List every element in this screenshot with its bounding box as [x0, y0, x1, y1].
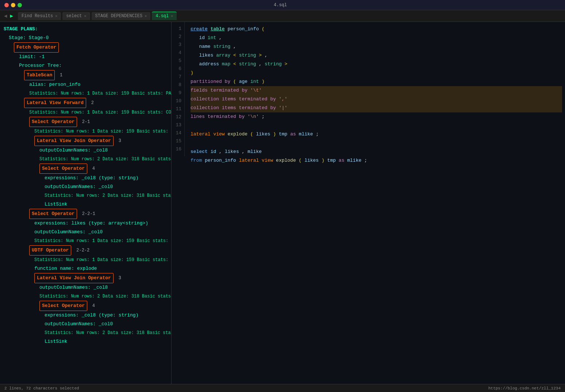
tab-stage-dep-close[interactable]: ✕ — [145, 14, 147, 18]
code-line-6: ) — [191, 69, 562, 77]
line-num-10: 10 — [172, 97, 181, 105]
tab-find-results-close[interactable]: ✕ — [55, 14, 57, 18]
table-scan-num: 1 — [60, 73, 62, 78]
nav-arrows: ◀ ▶ — [3, 13, 14, 19]
tab-4sql-label: 4.sql — [155, 14, 169, 19]
code-line-15: select id , likes , mlike — [191, 147, 562, 156]
line-num-12: 12 — [172, 113, 181, 121]
select-op4-box: Select Operator — [39, 301, 87, 311]
lateral-view-forward-line: Lateral View Forward 2 — [4, 98, 168, 108]
status-url: https://blog.csdn.net/zll_1234 — [488, 386, 561, 391]
code-line-7: partitioned by ( age int ) — [191, 77, 562, 86]
line-num-6: 6 — [172, 65, 181, 73]
stats8-line: Statistics: Num rows: 2 Data size: 318 B… — [4, 292, 168, 301]
code-content[interactable]: create table person_info ( id int , name — [188, 22, 565, 168]
stats6: Statistics: Num rows: 1 Data size: 159 B… — [34, 238, 172, 243]
stage-name-line: Stage: Stage-0 — [4, 34, 168, 42]
line-num-4: 4 — [172, 49, 181, 57]
lvf-num: 2 — [91, 100, 94, 105]
tab-find-results[interactable]: Find Results ✕ — [18, 12, 61, 20]
code-line-13: lateral view explode ( likes ) tmp as ml… — [191, 130, 562, 139]
processor-tree-label: Processor Tree: — [19, 63, 62, 68]
select-op3-box: Select Operator — [29, 209, 77, 219]
alias-line: alias: person_info — [4, 80, 168, 89]
stats4: Statistics: Num rows: 2 Data size: 318 B… — [39, 157, 172, 162]
output-col3: outputColumnNames: _col0 — [34, 229, 103, 235]
lateral-join-op1-line: Lateral View Join Operator 3 — [4, 136, 168, 146]
line-num-3: 3 — [172, 41, 181, 49]
stats8: Statistics: Num rows: 2 Data size: 318 B… — [39, 294, 172, 299]
stats2: Statistics: Num rows: 1 Data size: 159 B… — [29, 110, 172, 115]
processor-tree-line: Processor Tree: — [4, 61, 168, 70]
expr1: expressions: _col8 (type: string) — [45, 175, 138, 181]
code-line-1: create table person_info ( — [191, 25, 562, 34]
stats7-line: Statistics: Num rows: 1 Data size: 159 B… — [4, 255, 168, 264]
list-sink1: ListSink — [45, 201, 67, 207]
line-num-7: 7 — [172, 73, 181, 81]
code-line-3: name string , — [191, 42, 562, 51]
tab-4sql-close[interactable]: ✕ — [171, 14, 173, 18]
line-num-16: 16 — [172, 145, 181, 153]
tab-stage-dep[interactable]: STAGE DEPENDENCIES ✕ — [92, 12, 151, 20]
stage-plans-header: STAGE PLANS: — [4, 25, 168, 34]
tab-select-label: select — [66, 14, 82, 19]
code-editor-panel[interactable]: 1 2 3 4 5 6 7 8 9 10 11 12 13 14 15 16 c… — [172, 22, 565, 392]
expr2-line: expressions: likes (type: array<string>) — [4, 219, 168, 228]
function-name: function name: explode — [34, 266, 97, 271]
select-op2-box: Select Operator — [39, 164, 87, 174]
tab-bar: ◀ ▶ Find Results ✕ select ✕ STAGE DEPEND… — [0, 10, 565, 22]
line-num-8: 8 — [172, 81, 181, 89]
select-op3-num: 2-2-1 — [82, 211, 95, 216]
limit-value: limit: -1 — [19, 54, 45, 59]
output-col4: outputColumnNames: _col8 — [39, 285, 108, 290]
stats1-line: Statistics: Num rows: 1 Data size: 159 B… — [4, 89, 168, 98]
stats6-line: Statistics: Num rows: 1 Data size: 159 B… — [4, 237, 168, 245]
window-controls[interactable] — [4, 3, 22, 7]
list-sink2: ListSink — [45, 339, 67, 344]
stats5-line: Statistics: Num rows: 2 Data size: 318 B… — [4, 191, 168, 200]
tab-4sql[interactable]: 4.sql ✕ — [152, 12, 177, 20]
code-line-12 — [191, 121, 562, 130]
expr1-line: expressions: _col8 (type: string) — [4, 174, 168, 182]
stats9: Statistics: Num rows: 2 Data size: 318 B… — [45, 330, 172, 335]
table-scan-line: TableScan 1 — [4, 70, 168, 80]
forward-arrow[interactable]: ▶ — [9, 13, 14, 19]
output-col1: outputColumnNames: _col8 — [39, 147, 108, 153]
list-sink2-line: ListSink — [4, 337, 168, 346]
fetch-operator-box: Fetch Operator — [14, 42, 59, 53]
code-line-5: address map < string , string > — [191, 60, 562, 69]
select-op2-num: 4 — [92, 166, 95, 171]
select-op3-line: Select Operator 2-2-1 — [4, 209, 168, 219]
tab-select[interactable]: select ✕ — [62, 12, 90, 20]
select-op1-line: Select Operator 2-1 — [4, 117, 168, 127]
stats3: Statistics: Num rows: 1 Data size: 159 B… — [34, 129, 172, 134]
select-op1-num: 2-1 — [82, 119, 90, 124]
stats2-line: Statistics: Num rows: 1 Data size: 159 B… — [4, 108, 168, 117]
udtf-op-line: UDTF Operator 2-2-2 — [4, 245, 168, 255]
udtf-op-box: UDTF Operator — [29, 245, 71, 255]
lateral-join-op1-num: 3 — [119, 138, 121, 143]
stats9-line: Statistics: Num rows: 2 Data size: 318 B… — [4, 328, 168, 337]
line-num-13: 13 — [172, 121, 181, 129]
window-title: 4.sql — [274, 3, 287, 8]
status-bar: 2 lines, 72 characters selected https://… — [0, 384, 565, 392]
fetch-operator-line: Fetch Operator — [4, 42, 168, 53]
output-col2-line: outputColumnNames: _col0 — [4, 182, 168, 191]
output-col4-line: outputColumnNames: _col8 — [4, 283, 168, 292]
tab-select-close[interactable]: ✕ — [84, 14, 87, 18]
stage-plans-panel: STAGE PLANS: Stage: Stage-0 Fetch Operat… — [0, 22, 172, 392]
code-line-11: lines terminated by '\n' ; — [191, 112, 562, 121]
status-selection: 2 lines, 72 characters selected — [4, 386, 79, 391]
minimize-button[interactable] — [11, 3, 15, 7]
select-op1-box: Select Operator — [29, 117, 77, 127]
line-numbers: 1 2 3 4 5 6 7 8 9 10 11 12 13 14 15 16 — [172, 22, 185, 156]
code-line-2: id int , — [191, 34, 562, 42]
back-arrow[interactable]: ◀ — [3, 13, 8, 19]
tab-find-results-label: Find Results — [22, 14, 53, 19]
title-bar: 4.sql — [0, 0, 565, 10]
close-button[interactable] — [4, 3, 9, 7]
stats5: Statistics: Num rows: 2 Data size: 318 B… — [45, 193, 172, 198]
line-num-1: 1 — [172, 25, 181, 33]
select-op2-line: Select Operator 4 — [4, 164, 168, 174]
maximize-button[interactable] — [18, 3, 22, 7]
